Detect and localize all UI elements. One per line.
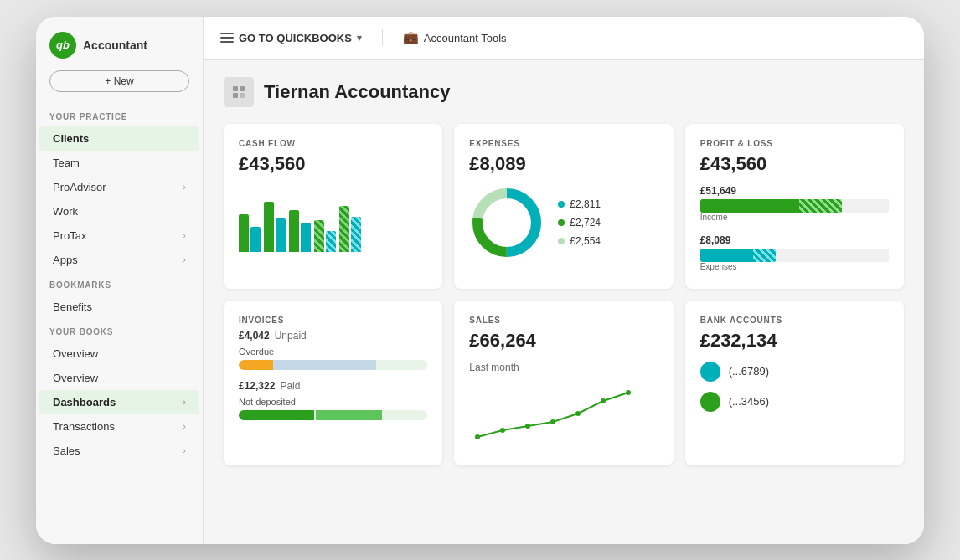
svg-rect-1 — [240, 86, 245, 91]
bank-dot-teal — [700, 362, 720, 382]
overdue-track — [239, 360, 427, 370]
legend-item-2: £2,724 — [558, 217, 601, 229]
svg-point-8 — [492, 208, 522, 238]
svg-point-12 — [550, 419, 555, 424]
hamburger-icon — [220, 33, 234, 43]
sidebar-item-protax[interactable]: ProTax › — [39, 223, 199, 248]
accountant-tools-button[interactable]: 💼 Accountant Tools — [403, 30, 507, 45]
sidebar-item-team[interactable]: Team — [39, 151, 199, 175]
cashflow-bar-chart — [239, 185, 427, 252]
sidebar-header: qb Accountant — [36, 17, 203, 70]
your-books-label: YOUR BOOKS — [36, 319, 203, 342]
svg-rect-0 — [233, 86, 238, 91]
pl-rows: £51,649 Income £8,089 — [700, 185, 889, 274]
chevron-icon: › — [183, 182, 186, 192]
dashboard-content: Tiernan Accountancy CASH FLOW £43,560 — [204, 60, 924, 544]
qb-logo: qb — [49, 32, 76, 59]
chevron-icon: › — [183, 254, 186, 265]
pl-card: PROFIT & LOSS £43,560 £51,649 Income — [685, 124, 904, 289]
client-name: Tiernan Accountancy — [264, 81, 451, 103]
bookmarks-label: BOOKMARKS — [36, 272, 203, 295]
legend-item-3: £2,554 — [558, 235, 601, 247]
overdue-label: Overdue — [239, 347, 427, 357]
sidebar-item-dashboards[interactable]: Dashboards › — [39, 390, 199, 414]
chevron-icon: › — [183, 445, 186, 455]
sidebar-item-clients[interactable]: Clients — [39, 126, 199, 151]
chevron-icon: › — [183, 230, 186, 240]
sales-card: SALES £66,264 Last month — [454, 301, 673, 465]
sidebar: qb Accountant + New YOUR PRACTICE Client… — [36, 17, 204, 544]
client-header: Tiernan Accountancy — [224, 77, 904, 107]
svg-point-14 — [601, 398, 606, 403]
bank-items: (...6789) (...3456) — [700, 362, 889, 412]
sidebar-item-overview2[interactable]: Overview — [39, 366, 199, 390]
paid-row: £12,322 Paid Not deposited — [239, 380, 427, 420]
sidebar-item-overview1[interactable]: Overview — [39, 342, 199, 366]
pl-row-expenses: £8,089 Expenses — [700, 234, 889, 274]
sidebar-item-transactions[interactable]: Transactions › — [39, 414, 199, 439]
goto-quickbooks-button[interactable]: GO TO QUICKBOOKS ▾ — [220, 32, 362, 44]
sidebar-item-benefits[interactable]: Benefits — [39, 295, 199, 319]
new-button[interactable]: + New — [49, 70, 189, 92]
chevron-icon: › — [183, 397, 186, 407]
expenses-donut-chart — [469, 185, 545, 260]
main-content: GO TO QUICKBOOKS ▾ 💼 Accountant Tools Ti… — [204, 17, 924, 544]
expenses-donut-area: £2,811 £2,724 £2,554 — [469, 185, 658, 260]
not-deposited-track — [239, 410, 427, 420]
unpaid-row: £4,042 Unpaid Overdue — [239, 330, 427, 370]
sidebar-item-proadvisor[interactable]: ProAdvisor › — [39, 175, 199, 199]
chevron-icon: › — [183, 421, 186, 431]
client-icon — [224, 77, 254, 107]
sales-line-chart — [469, 380, 658, 450]
svg-point-15 — [626, 390, 631, 395]
bank-dot-green — [700, 392, 720, 412]
sidebar-brand-label: Accountant — [83, 39, 147, 52]
bank-accounts-card: BANK ACCOUNTS £232,134 (...6789) (...345… — [685, 301, 904, 465]
sidebar-item-sales[interactable]: Sales › — [39, 439, 199, 463]
not-deposited-label: Not deposited — [239, 397, 427, 407]
topbar: GO TO QUICKBOOKS ▾ 💼 Accountant Tools — [204, 17, 924, 60]
cashflow-card: CASH FLOW £43,560 — [224, 124, 442, 289]
svg-point-13 — [575, 411, 581, 416]
expenses-legend: £2,811 £2,724 £2,554 — [558, 198, 601, 247]
expenses-card: EXPENSES £8,089 — [454, 124, 673, 289]
briefcase-icon: 💼 — [403, 30, 419, 45]
svg-point-11 — [525, 424, 530, 429]
topbar-divider — [382, 29, 383, 46]
svg-point-10 — [500, 428, 505, 433]
your-practice-label: YOUR PRACTICE — [36, 104, 203, 126]
bank-account-1: (...6789) — [700, 362, 889, 382]
legend-item-1: £2,811 — [558, 198, 601, 210]
pl-row-income: £51,649 Income — [700, 185, 889, 224]
bank-account-2: (...3456) — [700, 392, 889, 412]
svg-rect-3 — [240, 93, 245, 98]
sidebar-item-apps[interactable]: Apps › — [39, 248, 199, 272]
invoices-card: INVOICES £4,042 Unpaid Overdue — [224, 301, 442, 465]
sidebar-item-work[interactable]: Work — [39, 199, 199, 223]
svg-point-9 — [475, 434, 480, 439]
cards-grid: CASH FLOW £43,560 — [224, 124, 904, 465]
svg-rect-2 — [233, 93, 238, 98]
dropdown-arrow-icon: ▾ — [357, 33, 362, 44]
